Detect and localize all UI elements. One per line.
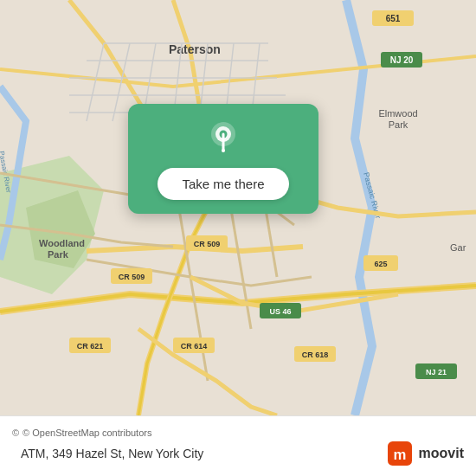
- map-container: Woodland Park Passaic River Passaic Rive…: [0, 0, 476, 415]
- svg-text:Park: Park: [48, 249, 69, 260]
- svg-point-46: [222, 149, 225, 152]
- svg-text:NJ 20: NJ 20: [390, 55, 414, 65]
- copyright-icon: ©: [12, 428, 19, 438]
- svg-text:625: 625: [374, 260, 387, 268]
- bottom-location-text: ATM, 349 Hazel St, New York City: [12, 447, 388, 460]
- svg-text:Woodland: Woodland: [39, 238, 85, 248]
- location-row: ATM, 349 Hazel St, New York City m moovi…: [12, 441, 464, 466]
- svg-text:CR 618: CR 618: [302, 351, 329, 359]
- svg-text:CR 509: CR 509: [194, 240, 221, 248]
- bottom-content: © © OpenStreetMap contributors ATM, 349 …: [12, 428, 464, 466]
- svg-text:US 46: US 46: [269, 307, 291, 316]
- svg-text:Gar: Gar: [450, 242, 466, 253]
- svg-text:CR 621: CR 621: [77, 342, 104, 351]
- moovit-icon: m: [388, 441, 412, 466]
- svg-text:CR 614: CR 614: [181, 342, 208, 351]
- svg-text:CR 509: CR 509: [119, 273, 145, 281]
- location-pin-icon: [204, 119, 242, 158]
- svg-text:m: m: [393, 446, 406, 462]
- svg-text:NJ 21: NJ 21: [426, 368, 447, 376]
- copyright-text: © OpenStreetMap contributors: [23, 428, 464, 438]
- take-me-there-button[interactable]: Take me there: [158, 168, 288, 200]
- moovit-brand-text: moovit: [419, 446, 464, 461]
- moovit-logo: m moovit: [388, 441, 464, 466]
- svg-text:Paterson: Paterson: [169, 42, 221, 56]
- svg-text:651: 651: [386, 14, 401, 23]
- svg-text:Park: Park: [389, 119, 408, 130]
- bottom-row: © © OpenStreetMap contributors: [12, 428, 464, 438]
- bottom-bar: © © OpenStreetMap contributors ATM, 349 …: [0, 415, 476, 476]
- svg-text:Elmwood: Elmwood: [378, 108, 417, 119]
- action-card: Take me there: [128, 104, 318, 214]
